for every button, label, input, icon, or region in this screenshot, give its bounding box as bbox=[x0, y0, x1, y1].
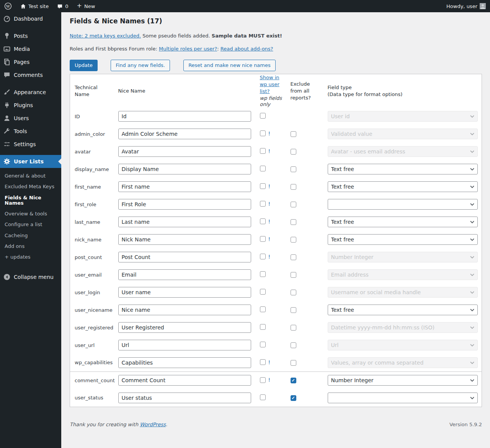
show-in-list-checkbox[interactable] bbox=[260, 130, 266, 136]
field-type-select[interactable]: Validated value bbox=[328, 129, 478, 139]
field-type-select[interactable]: Text free bbox=[328, 305, 478, 315]
field-type-select[interactable]: Text free bbox=[328, 181, 478, 192]
new-content-menu[interactable]: + New bbox=[73, 0, 100, 12]
field-type-select[interactable]: User id bbox=[328, 111, 478, 122]
nice-name-input[interactable] bbox=[118, 111, 251, 122]
read-addons-link[interactable]: Read about add-ons? bbox=[220, 46, 273, 52]
nice-name-input[interactable] bbox=[118, 269, 251, 280]
nice-name-input[interactable] bbox=[118, 129, 251, 139]
nice-name-input[interactable] bbox=[118, 199, 251, 210]
exclude-checkbox[interactable] bbox=[291, 342, 296, 348]
field-type-select[interactable]: Number Integer bbox=[328, 252, 478, 262]
show-in-list-checkbox[interactable] bbox=[260, 394, 266, 400]
show-in-list-checkbox[interactable] bbox=[260, 324, 266, 330]
nice-name-input[interactable] bbox=[118, 340, 251, 350]
submenu-item[interactable]: Overview & tools bbox=[0, 209, 61, 219]
show-in-list-checkbox[interactable] bbox=[260, 201, 266, 207]
exclude-checkbox[interactable] bbox=[291, 290, 296, 295]
exclude-checkbox[interactable] bbox=[291, 131, 296, 137]
exclude-checkbox[interactable] bbox=[291, 360, 296, 366]
show-in-list-checkbox[interactable] bbox=[260, 166, 266, 171]
exclude-checkbox[interactable] bbox=[291, 254, 296, 260]
field-type-select[interactable] bbox=[328, 393, 478, 403]
howdy-account-menu[interactable]: Howdy, user bbox=[442, 0, 490, 12]
show-in-list-checkbox[interactable] bbox=[260, 271, 266, 277]
exclude-checkbox[interactable] bbox=[291, 395, 296, 401]
sidebar-item-posts[interactable]: Posts bbox=[0, 29, 61, 42]
nice-name-input[interactable] bbox=[118, 305, 251, 315]
sidebar-item-media[interactable]: Media bbox=[0, 42, 61, 55]
sidebar-item-settings[interactable]: Settings bbox=[0, 138, 61, 151]
wordpress-logo-menu[interactable]: W bbox=[0, 0, 16, 12]
comments-menu[interactable]: 0 bbox=[53, 0, 72, 12]
exclude-checkbox[interactable] bbox=[291, 149, 296, 155]
show-in-list-checkbox[interactable] bbox=[260, 306, 266, 312]
sidebar-item-appearance[interactable]: Appearance bbox=[0, 86, 61, 99]
find-new-fields-button[interactable]: Find any new fields. bbox=[111, 60, 170, 71]
nice-name-input[interactable] bbox=[118, 164, 251, 174]
show-in-list-checkbox[interactable] bbox=[260, 377, 266, 383]
sidebar-item-plugins[interactable]: Plugins bbox=[0, 99, 61, 112]
field-type-select[interactable]: Text free bbox=[328, 164, 478, 174]
field-type-select[interactable]: Email address bbox=[328, 269, 478, 280]
update-button[interactable]: Update bbox=[70, 60, 98, 71]
sidebar-item-dashboard[interactable]: Dashboard bbox=[0, 12, 61, 25]
submenu-item[interactable]: Cacheing bbox=[0, 230, 61, 241]
exclude-checkbox[interactable] bbox=[291, 219, 296, 225]
submenu-item[interactable]: Excluded Meta Keys bbox=[0, 181, 61, 192]
nice-name-input[interactable] bbox=[118, 287, 251, 298]
exclude-checkbox[interactable] bbox=[291, 184, 296, 190]
sidebar-item-comments[interactable]: Comments bbox=[0, 68, 61, 81]
submenu-item[interactable]: + updates bbox=[0, 252, 61, 262]
nice-name-input[interactable] bbox=[118, 357, 251, 368]
exclude-checkbox[interactable] bbox=[291, 378, 296, 383]
submenu-item[interactable]: Fields & Nice Names bbox=[0, 192, 61, 209]
field-type-select[interactable]: Number Integer bbox=[328, 375, 478, 386]
excluded-meta-keys-link[interactable]: Note: 2 meta keys excluded. bbox=[70, 33, 141, 39]
field-type-select[interactable]: Avatar - uses email address bbox=[328, 146, 478, 157]
field-type-select[interactable]: Datetime yyyy-mm-dd hh:mm:ss (ISO) bbox=[328, 322, 478, 333]
multiple-roles-link[interactable]: Multiple roles per user? bbox=[159, 46, 217, 52]
nice-name-input[interactable] bbox=[118, 322, 251, 333]
field-type-select[interactable]: Text free bbox=[328, 234, 478, 245]
reset-nice-names-button[interactable]: Reset and make new nice names bbox=[183, 60, 276, 71]
show-in-list-checkbox[interactable] bbox=[260, 236, 266, 242]
field-type-select[interactable] bbox=[328, 199, 478, 210]
submenu-item[interactable]: General & about bbox=[0, 171, 61, 181]
exclude-checkbox[interactable] bbox=[291, 307, 296, 313]
sidebar-item-pages[interactable]: Pages bbox=[0, 55, 61, 68]
exclude-checkbox[interactable] bbox=[291, 202, 296, 207]
nice-name-input[interactable] bbox=[118, 375, 251, 386]
exclude-checkbox[interactable] bbox=[291, 237, 296, 243]
site-name-menu[interactable]: Test site bbox=[16, 0, 53, 12]
show-in-list-checkbox[interactable] bbox=[260, 218, 266, 224]
exclude-checkbox[interactable] bbox=[291, 166, 296, 172]
collapse-menu-button[interactable]: Collapse menu bbox=[0, 270, 61, 283]
show-in-list-checkbox[interactable] bbox=[260, 359, 266, 365]
show-in-list-checkbox[interactable] bbox=[260, 254, 266, 259]
show-in-list-checkbox[interactable] bbox=[260, 183, 266, 189]
wordpress-link[interactable]: WordPress bbox=[140, 422, 166, 427]
field-type-select[interactable]: Username or social media handle bbox=[328, 287, 478, 298]
field-type-select[interactable]: Url bbox=[328, 340, 478, 350]
show-in-list-checkbox[interactable] bbox=[260, 113, 266, 119]
nice-name-input[interactable] bbox=[118, 146, 251, 157]
field-type-select[interactable]: Values, array or comma separated bbox=[328, 357, 478, 368]
field-type-select[interactable]: Text free bbox=[328, 217, 478, 227]
submenu-item[interactable]: Configure a list bbox=[0, 219, 61, 230]
nice-name-input[interactable] bbox=[118, 393, 251, 403]
nice-name-input[interactable] bbox=[118, 252, 251, 262]
exclude-checkbox[interactable] bbox=[291, 325, 296, 331]
nice-name-input[interactable] bbox=[118, 217, 251, 227]
submenu-item[interactable]: Add ons bbox=[0, 241, 61, 252]
exclude-checkbox[interactable] bbox=[291, 272, 296, 278]
sidebar-item-users[interactable]: Users bbox=[0, 112, 61, 125]
show-in-list-link[interactable]: Show in wp user list? bbox=[260, 74, 288, 95]
sidebar-item-tools[interactable]: Tools bbox=[0, 125, 61, 138]
sidebar-item-user-lists[interactable]: User Lists bbox=[0, 155, 61, 168]
nice-name-input[interactable] bbox=[118, 181, 251, 192]
show-in-list-checkbox[interactable] bbox=[260, 289, 266, 295]
nice-name-input[interactable] bbox=[118, 234, 251, 245]
show-in-list-checkbox[interactable] bbox=[260, 148, 266, 154]
show-in-list-checkbox[interactable] bbox=[260, 342, 266, 347]
